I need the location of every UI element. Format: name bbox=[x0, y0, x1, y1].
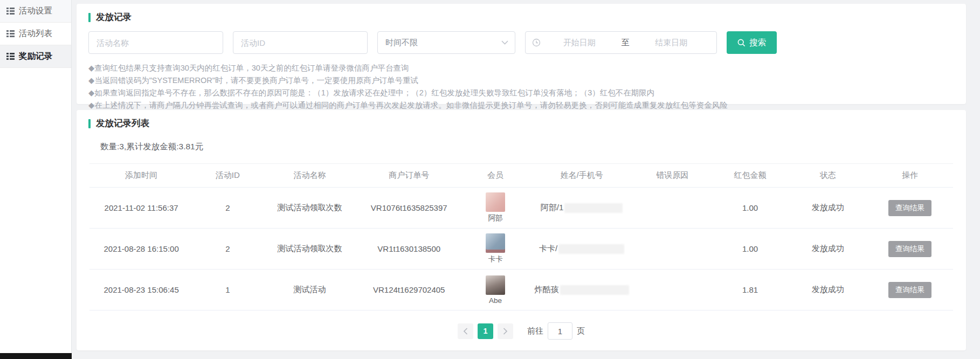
records-list-card: 发放记录列表 数量:3,累计发放金额:3.81元 添加时间 活动ID 活动名称 … bbox=[77, 110, 966, 350]
section-title: 发放记录列表 bbox=[96, 118, 149, 129]
table-header-row: 添加时间 活动ID 活动名称 商户订单号 会员 姓名/手机号 错误原因 红包金额… bbox=[89, 164, 953, 188]
sidebar-bottom-strip bbox=[0, 353, 72, 359]
sidebar-item-activity-settings[interactable]: 活动设置 bbox=[0, 0, 71, 23]
name-phone-cell: 阿部/1 bbox=[530, 203, 633, 213]
pagination: 1 前往 页 bbox=[88, 322, 954, 340]
cell-order-no: VR1t1630138500 bbox=[357, 229, 461, 270]
accent-bar bbox=[88, 119, 91, 128]
cell-activity-id: 1 bbox=[193, 270, 262, 310]
cell-activity-id: 2 bbox=[193, 188, 262, 229]
name-phone-text: 炸酷孩 bbox=[535, 285, 559, 295]
time-range-select[interactable]: 时间不限 bbox=[377, 31, 515, 54]
table-row: 2021-08-28 16:15:00 2 测试活动领取次数 VR1t16301… bbox=[89, 229, 953, 270]
member-avatar bbox=[486, 192, 505, 212]
notice-line: ◆如果查询返回指定单号不存在，那么数据不存在的原因可能是：（1）发放请求还在处理… bbox=[88, 87, 954, 99]
sidebar-item-label: 奖励记录 bbox=[19, 51, 52, 62]
start-date-placeholder: 开始日期 bbox=[541, 38, 618, 48]
col-header-member: 会员 bbox=[461, 164, 530, 188]
filter-row: 时间不限 开始日期 至 结束日期 搜索 bbox=[88, 31, 954, 54]
notice-line: ◆当返回错误码为"SYSTEMERROR"时，请不要更换商户订单号，一定要使用原… bbox=[88, 74, 954, 87]
col-header-error: 错误原因 bbox=[633, 164, 711, 188]
next-page-button[interactable] bbox=[498, 323, 513, 339]
cell-activity-name: 测试活动 bbox=[262, 270, 357, 310]
member-cell: Abe bbox=[461, 275, 530, 305]
col-header-activity-id: 活动ID bbox=[193, 164, 262, 188]
sidebar-item-activity-list[interactable]: 活动列表 bbox=[0, 23, 71, 45]
name-phone-cell: 炸酷孩 bbox=[530, 285, 633, 295]
sidebar-item-reward-records[interactable]: 奖励记录 bbox=[0, 45, 71, 68]
cell-amount: 1.81 bbox=[711, 270, 789, 310]
cell-time: 2021-11-02 11:56:37 bbox=[89, 188, 193, 229]
records-table: 添加时间 活动ID 活动名称 商户订单号 会员 姓名/手机号 错误原因 红包金额… bbox=[89, 163, 953, 310]
activity-name-input[interactable] bbox=[88, 31, 223, 54]
name-phone-text: 卡卡/ bbox=[539, 244, 557, 254]
name-phone-text: 阿部/1 bbox=[541, 203, 564, 213]
status-badge: 发放成功 bbox=[789, 188, 867, 229]
cell-activity-name: 测试活动领取次数 bbox=[262, 188, 357, 229]
end-date-placeholder: 结束日期 bbox=[633, 38, 710, 48]
time-range-value: 时间不限 bbox=[385, 38, 418, 48]
query-result-button[interactable]: 查询结果 bbox=[888, 200, 931, 216]
col-header-action: 操作 bbox=[867, 164, 953, 188]
records-summary: 数量:3,累计发放金额:3.81元 bbox=[100, 141, 954, 153]
sidebar: 活动设置 活动列表 奖励记录 bbox=[0, 0, 72, 359]
cell-activity-name: 测试活动领取次数 bbox=[262, 229, 357, 270]
sidebar-item-label: 活动设置 bbox=[19, 5, 52, 17]
query-result-button[interactable]: 查询结果 bbox=[888, 282, 931, 298]
chevron-right-icon bbox=[503, 328, 508, 335]
cell-order-no: VR1076t1635825397 bbox=[357, 188, 461, 229]
goto-prefix: 前往 bbox=[527, 326, 543, 336]
date-separator: 至 bbox=[618, 38, 633, 48]
prev-page-button[interactable] bbox=[458, 323, 473, 339]
cell-error bbox=[633, 188, 711, 229]
member-avatar bbox=[486, 275, 505, 295]
cell-error bbox=[633, 229, 711, 270]
activity-id-input[interactable] bbox=[233, 31, 368, 54]
sidebar-item-label: 活动列表 bbox=[19, 28, 52, 39]
table-row: 2021-11-02 11:56:37 2 测试活动领取次数 VR1076t16… bbox=[89, 188, 953, 229]
clock-icon bbox=[532, 38, 541, 47]
page-number-active[interactable]: 1 bbox=[478, 323, 493, 339]
col-header-activity-name: 活动名称 bbox=[262, 164, 357, 188]
censored-phone-block bbox=[564, 203, 623, 213]
section-title: 发放记录 bbox=[96, 11, 132, 23]
member-cell: 卡卡 bbox=[461, 233, 530, 264]
section-header: 发放记录列表 bbox=[88, 118, 954, 129]
list-icon bbox=[6, 8, 15, 15]
censored-phone-block bbox=[560, 285, 629, 295]
list-icon bbox=[6, 53, 15, 60]
search-icon bbox=[737, 39, 746, 47]
col-header-order-no: 商户订单号 bbox=[357, 164, 461, 188]
cell-activity-id: 2 bbox=[193, 229, 262, 270]
member-avatar bbox=[486, 233, 505, 253]
member-name: 阿部 bbox=[488, 213, 502, 223]
col-header-time: 添加时间 bbox=[89, 164, 193, 188]
member-name: Abe bbox=[489, 296, 502, 305]
list-icon bbox=[6, 30, 15, 37]
section-header: 发放记录 bbox=[88, 11, 954, 23]
date-range-picker[interactable]: 开始日期 至 结束日期 bbox=[525, 31, 717, 54]
main-content: 发放记录 时间不限 开始日期 至 结束日期 搜索 ◆查询红包结果只支持查询30天… bbox=[72, 0, 980, 359]
member-name: 卡卡 bbox=[488, 254, 502, 264]
cell-order-no: VR124t1629702405 bbox=[357, 270, 461, 310]
goto-page-input[interactable] bbox=[548, 322, 572, 340]
goto-suffix: 页 bbox=[577, 326, 585, 336]
table-row: 2021-08-23 15:06:45 1 测试活动 VR124t1629702… bbox=[89, 270, 953, 310]
cell-amount: 1.00 bbox=[711, 229, 789, 270]
goto-page: 前往 页 bbox=[527, 322, 585, 340]
query-result-button[interactable]: 查询结果 bbox=[888, 241, 931, 257]
search-button[interactable]: 搜索 bbox=[727, 31, 777, 54]
distribution-records-card: 发放记录 时间不限 开始日期 至 结束日期 搜索 ◆查询红包结果只支持查询30天… bbox=[77, 4, 966, 104]
status-badge: 发放成功 bbox=[789, 229, 867, 270]
censored-phone-block bbox=[558, 244, 624, 254]
member-cell: 阿部 bbox=[461, 192, 530, 223]
accent-bar bbox=[88, 13, 91, 22]
status-badge: 发放成功 bbox=[789, 270, 867, 310]
name-phone-cell: 卡卡/ bbox=[530, 244, 633, 254]
cell-amount: 1.00 bbox=[711, 188, 789, 229]
col-header-amount: 红包金额 bbox=[711, 164, 789, 188]
cell-time: 2021-08-28 16:15:00 bbox=[89, 229, 193, 270]
col-header-name-phone: 姓名/手机号 bbox=[530, 164, 633, 188]
chevron-down-icon bbox=[501, 40, 508, 45]
search-button-label: 搜索 bbox=[749, 37, 766, 49]
